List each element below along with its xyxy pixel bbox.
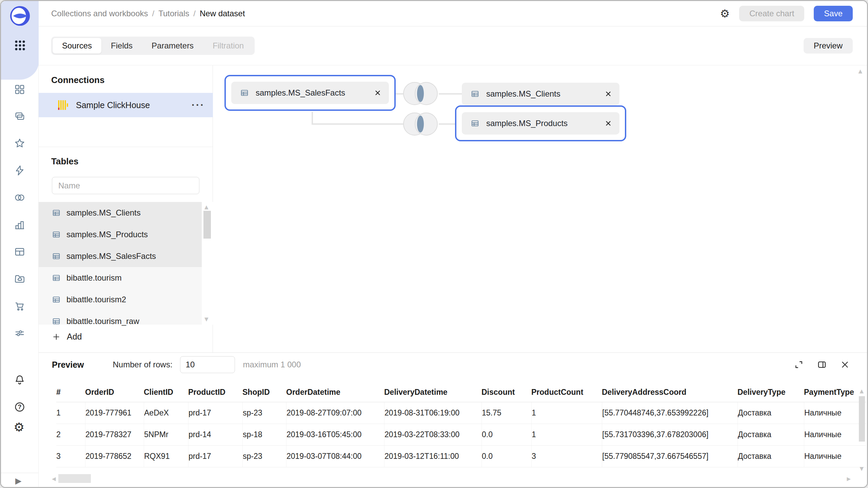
add-label: Add <box>67 332 82 342</box>
table-cell: 5NPMr <box>144 424 188 445</box>
table-cell: Доставка <box>737 446 804 467</box>
join-line <box>439 93 463 95</box>
column-header: ProductCount <box>531 383 602 402</box>
rows-count-input[interactable] <box>180 356 235 373</box>
breadcrumb: Collections and workbooks / Tutorials / … <box>51 9 245 18</box>
split-panel-icon[interactable] <box>817 360 827 370</box>
content: Connections Sample ClickHouse ··· Tables <box>39 65 867 487</box>
scroll-down-icon[interactable]: ▼ <box>860 466 864 471</box>
linked-circles-icon[interactable] <box>14 192 25 203</box>
preview-header: Preview Number of rows: maximum 1 000 <box>39 353 867 377</box>
tables-list-scrollbar[interactable]: ▲ ▼ <box>202 202 213 325</box>
app-window: ? ⚙ ▶ Collections and workbooks / Tutori… <box>0 0 868 488</box>
add-table-button[interactable]: Add <box>52 332 82 342</box>
scroll-right-icon[interactable]: ▶ <box>847 476 851 482</box>
table-cell: AeDeX <box>144 402 188 424</box>
inner-join-venn-icon[interactable] <box>401 81 439 106</box>
table-cell: Наличные <box>804 402 866 424</box>
panel-divider <box>39 147 213 147</box>
table-list-item[interactable]: samples.MS_Clients <box>39 202 213 224</box>
table-cell: 2019-777961 <box>85 402 144 424</box>
table-cell: 3 <box>56 446 85 467</box>
cart-icon[interactable] <box>14 300 25 312</box>
settings-gear-icon[interactable]: ⚙ <box>14 421 24 433</box>
table-icon[interactable] <box>14 246 25 258</box>
tab-filtration[interactable]: Filtration <box>203 38 253 54</box>
scrollbar-thumb[interactable] <box>203 211 211 239</box>
apps-grid-icon[interactable] <box>14 39 26 52</box>
source-node-clients[interactable]: samples.MS_Clients <box>462 83 619 105</box>
table-cell: 1 <box>56 402 85 424</box>
scroll-up-icon[interactable]: ▲ <box>858 69 862 74</box>
more-menu-icon[interactable]: ··· <box>192 99 205 111</box>
column-header: ProductID <box>188 383 242 402</box>
table-cell: sp-23 <box>242 446 286 467</box>
table-icon <box>52 295 61 304</box>
tab-sources[interactable]: Sources <box>53 38 101 54</box>
create-chart-button[interactable]: Create chart <box>739 6 804 21</box>
scroll-left-icon[interactable]: ◀ <box>52 476 56 482</box>
remove-node-icon[interactable] <box>605 90 612 98</box>
tables-list-used-group: samples.MS_Clients samples.MS_Products s… <box>39 202 213 267</box>
expand-icon[interactable] <box>794 360 804 370</box>
clickhouse-icon <box>57 99 68 111</box>
folder-cloud-icon[interactable] <box>14 273 25 285</box>
lightning-icon[interactable] <box>14 165 25 176</box>
breadcrumb-tutorials[interactable]: Tutorials <box>158 9 189 18</box>
table-cell: 2019-03-12T16:11:00 <box>384 446 481 467</box>
table-cell: prd-17 <box>188 402 242 424</box>
table-row: 12019-777961AeDeXprd-17sp-232019-08-27T0… <box>56 402 866 424</box>
datalens-logo[interactable] <box>9 5 31 27</box>
breadcrumb-separator: / <box>193 9 196 18</box>
table-list-item[interactable]: samples.MS_SalesFacts <box>39 245 213 267</box>
table-search-input[interactable] <box>52 177 199 194</box>
bar-chart-icon[interactable] <box>14 219 25 230</box>
table-list-item[interactable]: bibattle.tourism <box>39 267 213 289</box>
rows-count-label: Number of rows: <box>113 360 173 369</box>
tabs-row: Sources Fields Parameters Filtration Pre… <box>39 26 867 65</box>
sliders-icon[interactable] <box>14 327 25 339</box>
scroll-down-icon[interactable]: ▼ <box>204 317 209 322</box>
dashboard-grid-icon[interactable] <box>14 84 25 95</box>
table-list-item[interactable]: bibattle.tourism_raw <box>39 310 213 332</box>
table-cell: [55.779085547,37.667546557] <box>602 446 737 467</box>
gear-icon[interactable]: ⚙ <box>720 8 730 19</box>
sidebar-divider <box>1 473 39 473</box>
join-line <box>439 123 456 125</box>
remove-node-icon[interactable] <box>374 89 381 97</box>
table-cell: 2019-08-27T09:07:00 <box>286 402 384 424</box>
column-header: # <box>56 383 85 402</box>
scroll-up-icon[interactable]: ▲ <box>860 389 864 394</box>
tab-parameters[interactable]: Parameters <box>142 38 203 54</box>
plus-icon <box>52 332 61 341</box>
tab-fields[interactable]: Fields <box>101 38 142 54</box>
save-button[interactable]: Save <box>814 6 853 21</box>
collections-icon[interactable] <box>14 110 25 122</box>
scroll-up-icon[interactable]: ▲ <box>204 205 209 210</box>
breadcrumb-separator: / <box>152 9 154 18</box>
column-header: PaymentType <box>804 383 866 402</box>
topbar: Collections and workbooks / Tutorials / … <box>39 1 867 26</box>
inner-join-venn-icon[interactable] <box>401 111 439 137</box>
breadcrumb-collections[interactable]: Collections and workbooks <box>51 9 148 18</box>
scrollbar-thumb[interactable] <box>859 396 865 442</box>
preview-toggle-button[interactable]: Preview <box>804 38 853 54</box>
column-header: DeliveryDatetime <box>384 383 481 402</box>
collapse-arrow-icon[interactable]: ▶ <box>15 476 21 486</box>
connection-item-sample-clickhouse[interactable]: Sample ClickHouse ··· <box>39 93 213 117</box>
help-icon[interactable]: ? <box>14 401 25 413</box>
source-node-products[interactable]: samples.MS_Products <box>462 112 619 135</box>
close-icon[interactable] <box>840 360 850 370</box>
table-list-item[interactable]: bibattle.tourism2 <box>39 289 213 310</box>
scrollbar-thumb[interactable] <box>58 474 91 483</box>
table-cell: sp-18 <box>242 424 286 445</box>
table-list-item[interactable]: samples.MS_Products <box>39 224 213 245</box>
table-cell: 3 <box>531 446 602 467</box>
table-cell: Наличные <box>804 446 866 467</box>
star-icon[interactable] <box>14 138 25 149</box>
remove-node-icon[interactable] <box>605 120 612 127</box>
source-node-salesfacts[interactable]: samples.MS_SalesFacts <box>231 82 389 104</box>
table-name: bibattle.tourism_raw <box>66 317 139 326</box>
bell-icon[interactable] <box>14 374 25 386</box>
table-cell: RQX91 <box>144 446 188 467</box>
